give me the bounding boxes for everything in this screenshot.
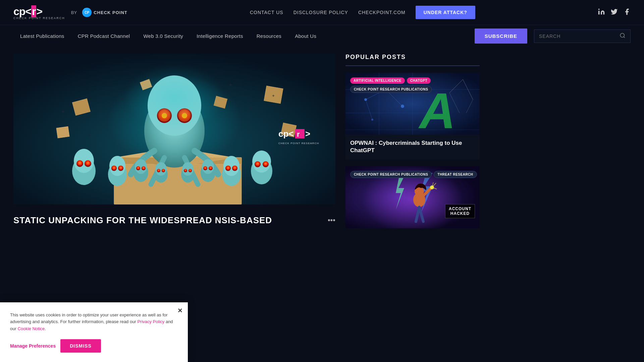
svg-point-41 (136, 166, 140, 170)
nav-links: Latest Publications CPR Podcast Channel … (13, 26, 468, 46)
search-input[interactable] (539, 34, 620, 39)
svg-point-45 (157, 169, 160, 172)
svg-text:✦: ✦ (121, 97, 124, 102)
post-card-1-title: OPWNAI : Cybercriminals Starting to Use … (345, 135, 480, 160)
checkpoint-logo[interactable]: CP CHECK POINT (82, 8, 127, 17)
by-label: BY (71, 10, 77, 15)
svg-text:✦: ✦ (228, 82, 233, 88)
svg-point-50 (189, 169, 192, 172)
svg-point-32 (223, 156, 239, 176)
social-icons (598, 8, 631, 17)
article-title: STATIC UNPACKING FOR THE WIDESPREAD NSIS… (13, 215, 272, 226)
svg-point-44 (155, 162, 167, 176)
tag-ai[interactable]: ARTIFICIAL INTELLIGENCE (350, 77, 405, 84)
svg-point-30 (118, 166, 123, 171)
svg-point-29 (111, 166, 117, 171)
svg-point-54 (209, 166, 213, 170)
privacy-policy-link[interactable]: Privacy Policy (137, 319, 164, 324)
left-panel: ✦ ✦ ✦ ✦ ✦ ✦ ✦ cp< r > CHECK POINT RESEAR… (13, 54, 335, 235)
post-card-2[interactable]: ACCOUNTHACKED CHECK POINT RESEARCH PUBLI… (345, 166, 480, 228)
under-attack-button[interactable]: UNDER ATTACK? (416, 6, 475, 19)
svg-point-34 (232, 166, 237, 171)
cookie-buttons: Manage Preferences DISMISS (10, 339, 178, 353)
svg-point-36 (252, 150, 271, 173)
top-bar: cp<r> CHECK POINT RESEARCH BY CP CHECK P… (0, 0, 644, 25)
svg-point-26 (85, 160, 91, 167)
svg-point-22 (182, 113, 187, 118)
svg-point-40 (135, 159, 147, 174)
nav-about-us[interactable]: About Us (288, 26, 323, 46)
svg-point-52 (202, 159, 214, 174)
post-card-1-tags: ARTIFICIAL INTELLIGENCE CHATGPT CHECK PO… (350, 77, 480, 93)
svg-rect-11 (56, 126, 69, 138)
svg-text:r: r (297, 130, 300, 138)
svg-text:>: > (305, 129, 310, 139)
svg-text:cp<: cp< (278, 129, 294, 139)
svg-point-49 (184, 169, 187, 172)
cookie-banner: ✕ This website uses cookies in order to … (0, 302, 188, 362)
post-card-2-image: ACCOUNTHACKED CHECK POINT RESEARCH PUBLI… (345, 166, 480, 228)
svg-point-28 (109, 156, 125, 176)
article-more-button[interactable]: ••• (328, 216, 335, 225)
nav-intelligence-reports[interactable]: Intelligence Reports (190, 26, 250, 46)
checkpoint-name: CHECK POINT (94, 10, 127, 15)
tag-chatgpt[interactable]: CHATGPT (407, 77, 431, 84)
hero-svg: ✦ ✦ ✦ ✦ ✦ ✦ ✦ cp< r > CHECK POINT RESEAR… (13, 54, 335, 204)
main-content: ✦ ✦ ✦ ✦ ✦ ✦ ✦ cp< r > CHECK POINT RESEAR… (0, 47, 644, 242)
cookie-notice-link[interactable]: Cookie Notice (17, 326, 45, 331)
checkpoint-com-link[interactable]: CHECKPOINT.COM (358, 10, 406, 15)
svg-point-37 (255, 161, 261, 167)
svg-text:✦: ✦ (87, 133, 91, 138)
popular-posts-title: POPULAR POSTS (345, 54, 480, 66)
post-card-1-image: A (345, 73, 480, 135)
svg-text:✦: ✦ (272, 94, 275, 98)
top-nav: CONTACT US DISCLOSURE POLICY CHECKPOINT.… (250, 6, 475, 19)
manage-preferences-button[interactable]: Manage Preferences (10, 339, 56, 353)
nav-cpr-podcast[interactable]: CPR Podcast Channel (71, 26, 137, 46)
linkedin-icon[interactable] (598, 8, 605, 17)
tag-cpr-pub-2[interactable]: CHECK POINT RESEARCH PUBLICATIONS (350, 171, 432, 178)
logo-area: cp<r> CHECK POINT RESEARCH BY CP CHECK P… (13, 5, 127, 20)
svg-point-53 (203, 166, 207, 170)
logo-text: cp<r> (13, 5, 65, 18)
nav-web3-security[interactable]: Web 3.0 Security (137, 26, 190, 46)
twitter-icon[interactable] (610, 8, 618, 17)
search-icon[interactable] (620, 33, 626, 40)
post-card-2-tags: CHECK POINT RESEARCH PUBLICATIONS THREAT… (350, 171, 477, 178)
svg-point-16 (148, 75, 201, 136)
svg-point-25 (76, 160, 83, 167)
facebook-icon[interactable] (623, 8, 631, 17)
svg-point-48 (182, 162, 194, 176)
cookie-text: This website uses cookies in order to op… (10, 312, 178, 333)
svg-text:✦: ✦ (248, 106, 253, 112)
nav-latest-publications[interactable]: Latest Publications (13, 26, 71, 46)
contact-link[interactable]: CONTACT US (250, 10, 283, 15)
logo-subtext: CHECK POINT RESEARCH (13, 16, 65, 20)
nav-resources[interactable]: Resources (250, 26, 288, 46)
svg-point-21 (162, 113, 167, 118)
post-card-1[interactable]: A (345, 73, 480, 160)
svg-point-24 (74, 149, 94, 173)
svg-point-33 (225, 166, 231, 171)
svg-point-0 (598, 8, 600, 10)
site-logo[interactable]: cp<r> CHECK POINT RESEARCH (13, 5, 65, 20)
tag-threat-research[interactable]: THREAT RESEARCH (434, 171, 477, 178)
svg-text:✦: ✦ (60, 109, 65, 115)
hacked-badge: ACCOUNTHACKED (445, 204, 475, 218)
main-nav: Latest Publications CPR Podcast Channel … (0, 25, 644, 47)
search-box (534, 29, 631, 43)
tag-cpr-pub[interactable]: CHECK POINT RESEARCH PUBLICATIONS (350, 86, 432, 93)
right-panel: POPULAR POSTS (345, 54, 480, 235)
cookie-text-end: . (45, 326, 46, 331)
svg-point-42 (142, 166, 146, 170)
checkpoint-circle-icon: CP (82, 8, 92, 17)
svg-point-46 (162, 169, 165, 172)
cookie-close-button[interactable]: ✕ (177, 307, 182, 314)
hero-image: ✦ ✦ ✦ ✦ ✦ ✦ ✦ cp< r > CHECK POINT RESEAR… (13, 54, 335, 204)
svg-point-1 (620, 33, 624, 37)
svg-text:CHECK POINT RESEARCH: CHECK POINT RESEARCH (278, 142, 319, 145)
dismiss-button[interactable]: DISMISS (60, 339, 101, 353)
subscribe-button[interactable]: SUBSCRIBE (475, 28, 527, 44)
svg-point-38 (263, 161, 269, 167)
disclosure-link[interactable]: DISCLOSURE POLICY (293, 10, 348, 15)
